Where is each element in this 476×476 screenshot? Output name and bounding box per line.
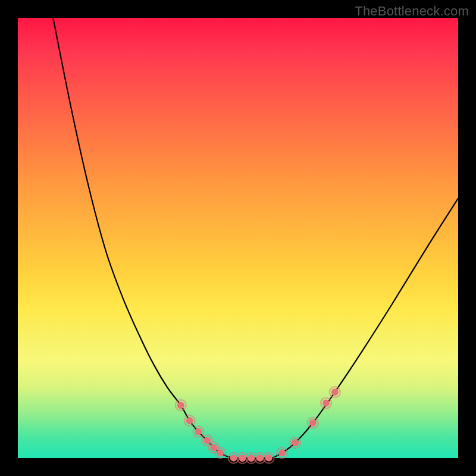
- curve-right: [273, 198, 458, 458]
- curve-marker-group: [176, 387, 340, 464]
- curve-marker: [331, 389, 339, 396]
- curve-marker: [186, 417, 193, 424]
- curve-marker: [278, 449, 286, 456]
- chart-svg: [18, 18, 458, 458]
- curve-marker: [248, 455, 255, 462]
- curve-marker: [265, 455, 273, 462]
- plot-area: [18, 18, 458, 458]
- curve-marker: [230, 455, 237, 462]
- curve-marker: [322, 400, 330, 407]
- curve-marker: [217, 449, 224, 456]
- curve-marker: [256, 455, 264, 462]
- watermark-text: TheBottleneck.com: [355, 4, 469, 19]
- curve-marker: [309, 419, 317, 427]
- chart-stage: TheBottleneck.com: [0, 0, 476, 476]
- curve-marker: [203, 437, 211, 444]
- curve-marker: [292, 439, 299, 446]
- curve-marker: [195, 428, 202, 436]
- curve-marker: [177, 402, 184, 409]
- curve-left: [53, 18, 233, 458]
- curve-marker: [239, 455, 246, 462]
